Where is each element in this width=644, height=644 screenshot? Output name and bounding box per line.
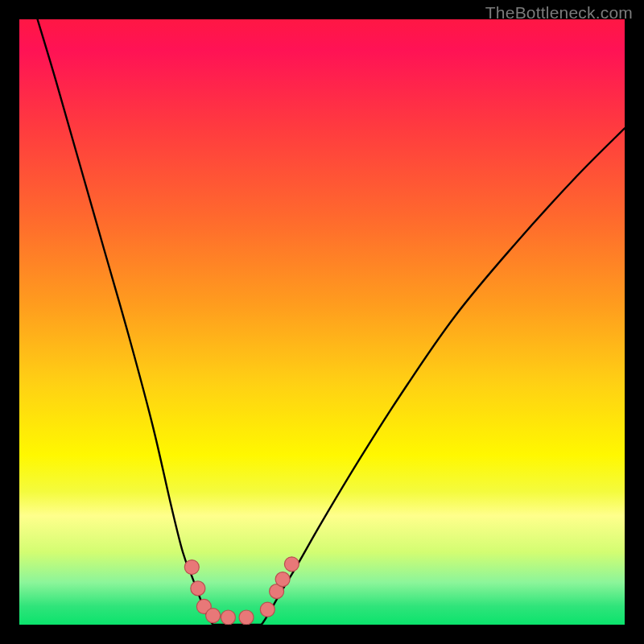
marker-cluster-floor-2	[221, 610, 235, 625]
chart-frame	[19, 19, 625, 625]
marker-points	[19, 19, 625, 625]
marker-cluster-floor-3	[239, 610, 254, 625]
marker-cluster-right-3	[275, 572, 290, 587]
marker-cluster-left-1	[184, 560, 199, 575]
watermark-text: TheBottleneck.com	[485, 3, 633, 23]
marker-cluster-left-2	[191, 581, 205, 596]
marker-cluster-right-4	[284, 557, 299, 572]
marker-cluster-floor-1	[206, 609, 221, 623]
marker-cluster-right-1	[260, 602, 275, 617]
